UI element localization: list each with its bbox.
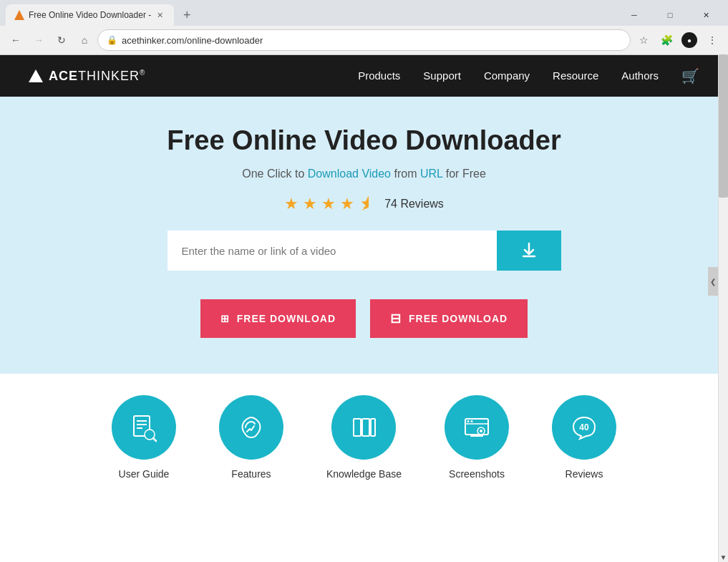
svg-point-12 (471, 420, 473, 422)
user-guide-icon (112, 395, 176, 460)
nav-link-products[interactable]: Products (358, 69, 400, 82)
extensions-button[interactable]: 🧩 (656, 30, 676, 50)
star-5-half: ⯨ (359, 195, 374, 213)
search-row (14, 231, 714, 271)
minimize-button[interactable]: ─ (618, 5, 651, 25)
tab-title: Free Online Video Downloader - (29, 10, 151, 20)
back-button[interactable]: ← (6, 30, 26, 50)
search-input[interactable] (168, 231, 497, 271)
nav-item-resource[interactable]: Resource (553, 69, 598, 82)
nav-item-company[interactable]: Company (484, 69, 530, 82)
features-label: Features (231, 468, 271, 480)
address-bar[interactable]: 🔒 acethinker.com/online-downloader (97, 29, 631, 51)
maximize-button[interactable]: □ (654, 5, 686, 25)
hero-subtitle: One Click to Download Video from URL for… (14, 168, 714, 180)
address-text: acethinker.com/online-downloader (122, 35, 621, 46)
user-guide-item[interactable]: User Guide (112, 395, 176, 480)
lock-icon: 🔒 (107, 35, 117, 45)
mac-icon: ⊟ (390, 311, 402, 326)
download-mac-button[interactable]: ⊟ FREE DOWNLOAD (370, 299, 528, 338)
screenshots-label: Screenshots (449, 468, 505, 480)
screenshots-icon (445, 395, 509, 460)
nav-item-support[interactable]: Support (423, 69, 461, 82)
reviews-count: 74 Reviews (384, 198, 444, 210)
knowledge-base-item[interactable]: Knowledge Base (326, 395, 402, 480)
bottom-icons-section: User Guide Features (0, 374, 728, 501)
site-navigation: ACETHINKER® Products Support Company Res… (0, 55, 728, 97)
star-4: ★ (340, 195, 354, 213)
nav-links: Products Support Company Resource Author… (358, 69, 659, 82)
reviews-icon: 40 (552, 395, 616, 460)
knowledge-base-icon (331, 395, 396, 460)
download-windows-label: FREE DOWNLOAD (237, 313, 336, 324)
knowledge-base-svg (348, 412, 379, 443)
user-guide-label: User Guide (119, 468, 170, 480)
side-expand-button[interactable]: ❮ (708, 267, 718, 296)
svg-line-5 (153, 438, 156, 441)
svg-rect-8 (371, 419, 375, 436)
refresh-button[interactable]: ↻ (52, 30, 72, 50)
download-buttons-row: ⊞ FREE DOWNLOAD ⊟ FREE DOWNLOAD (14, 299, 714, 338)
profile-button[interactable]: ● (679, 30, 699, 50)
nav-link-support[interactable]: Support (423, 69, 461, 82)
screenshots-svg (461, 412, 492, 443)
bookmark-button[interactable]: ☆ (634, 30, 654, 50)
tab-favicon (14, 10, 24, 20)
features-svg (236, 412, 267, 443)
close-button[interactable]: ✕ (689, 5, 722, 25)
subtitle-link-download[interactable]: Download Video (308, 168, 391, 180)
nav-link-resource[interactable]: Resource (553, 69, 598, 82)
scrollbar-thumb[interactable] (719, 54, 728, 198)
browser-tab[interactable]: Free Online Video Downloader - ✕ (6, 4, 174, 26)
reviews-label: Reviews (566, 468, 603, 480)
rating-row: ★ ★ ★ ★ ⯨ 74 Reviews (14, 195, 714, 213)
subtitle-text-1: One Click to (242, 168, 308, 180)
nav-item-authors[interactable]: Authors (621, 69, 659, 82)
search-download-button[interactable] (497, 231, 561, 271)
star-2: ★ (303, 195, 317, 213)
nav-item-products[interactable]: Products (358, 69, 400, 82)
new-tab-button[interactable]: + (177, 5, 197, 25)
hero-title: Free Online Video Downloader (14, 125, 714, 156)
browser-nav-bar: ← → ↻ ⌂ 🔒 acethinker.com/online-download… (0, 26, 728, 54)
knowledge-base-label: Knowledge Base (326, 468, 402, 480)
profile-avatar: ● (681, 32, 697, 48)
download-windows-button[interactable]: ⊞ FREE DOWNLOAD (200, 299, 356, 338)
reviews-item[interactable]: 40 Reviews (552, 395, 616, 480)
features-item[interactable]: Features (219, 395, 283, 480)
scrollbar[interactable]: ▼ (718, 54, 728, 562)
nav-link-authors[interactable]: Authors (621, 69, 659, 82)
cart-icon[interactable]: 🛒 (681, 67, 699, 84)
download-icon (519, 241, 539, 261)
nav-link-company[interactable]: Company (484, 69, 530, 82)
subtitle-text-2: from (391, 168, 420, 180)
browser-menu-button[interactable]: ⋮ (702, 30, 722, 50)
logo-text: ACETHINKER® (49, 69, 145, 84)
star-1: ★ (284, 195, 299, 213)
logo-triangle-icon (29, 69, 43, 82)
svg-text:40: 40 (579, 422, 589, 432)
star-3: ★ (321, 195, 336, 213)
hero-section: Free Online Video Downloader One Click t… (0, 97, 728, 374)
svg-rect-6 (354, 419, 361, 436)
features-icon (219, 395, 283, 460)
screenshots-item[interactable]: Screenshots (445, 395, 509, 480)
website-content: ACETHINKER® Products Support Company Res… (0, 55, 728, 562)
site-logo[interactable]: ACETHINKER® (29, 69, 145, 84)
home-button[interactable]: ⌂ (74, 30, 94, 50)
svg-rect-7 (362, 419, 369, 436)
subtitle-link-url[interactable]: URL (420, 168, 442, 180)
svg-point-14 (480, 430, 482, 432)
svg-point-11 (467, 420, 470, 422)
subtitle-text-3: for Free (442, 168, 485, 180)
scrollbar-arrow-down[interactable]: ▼ (719, 552, 728, 562)
download-mac-label: FREE DOWNLOAD (409, 313, 508, 324)
windows-icon: ⊞ (220, 313, 230, 324)
forward-button[interactable]: → (29, 30, 49, 50)
user-guide-svg (128, 412, 160, 443)
tab-close-button[interactable]: ✕ (154, 9, 165, 21)
reviews-svg: 40 (568, 412, 600, 443)
